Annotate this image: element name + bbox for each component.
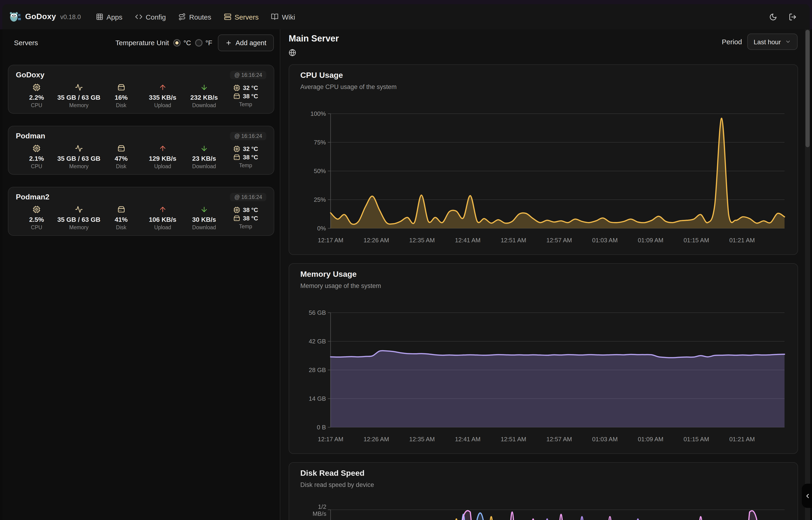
servers-icon [224,13,231,21]
activity-icon [75,206,83,213]
hard-drive-icon [233,93,240,100]
stat-label: Download [192,103,216,108]
arrow-up-icon [159,83,167,91]
svg-text:0%: 0% [317,225,326,232]
logout-button[interactable] [789,12,796,21]
vertical-scrollbar-thumb[interactable] [806,30,810,147]
memory-usage-card: 56 GB42 GB28 GB14 GB0 B12:17 AM12:26 AM1… [289,263,798,454]
chevron-left-icon [804,492,811,499]
stat-label: Disk [116,163,127,169]
temperature-unit-label: Temperature Unit [115,39,169,47]
stat-label: CPU [31,163,43,169]
svg-text:MB/s: MB/s [313,510,326,517]
servers-panel-title: Servers [14,39,38,47]
arrow-down-icon [200,83,208,91]
cpu-usage-chart: 100%75%50%25%0%12:17 AM12:26 AM12:35 AM1… [289,65,798,255]
stat-value: 129 KB/s [149,155,176,162]
main-panel: Main Server Period Last hour 100%75%50%2… [280,29,805,520]
cpu-icon [233,145,240,152]
globe-icon [289,48,296,56]
cpu-usage-card: 100%75%50%25%0%12:17 AM12:26 AM12:35 AM1… [289,64,798,255]
server-stat: 2.5% CPU [16,206,57,230]
disk-read-speed-chart: 1/2MB/s [289,463,798,520]
code-icon [135,13,142,21]
svg-text:42 GB: 42 GB [309,338,326,345]
svg-text:25%: 25% [314,196,326,203]
cpu-icon [33,145,40,152]
top-navbar: GoDoxy v0.18.0 Apps Config Routes Server… [2,4,810,29]
radio-option-fahrenheit[interactable]: °F [195,39,212,46]
stat-value: 2.1% [29,155,44,162]
stat-label: Temp [239,163,252,168]
svg-text:100%: 100% [311,110,326,117]
arrow-down-icon [200,145,208,152]
server-stat: 35 GB / 63 GB Memory [57,83,100,108]
temperature-unit-group: Temperature Unit °C °F [115,39,212,47]
nav-item-apps[interactable]: Apps [96,13,122,21]
server-stat: 2.2% CPU [16,83,57,108]
server-stat: 35 GB / 63 GB Memory [57,206,100,230]
activity-icon [75,145,83,152]
server-card-podman2[interactable]: Podman2 @ 16:16:24 2.5% CPU 35 GB / 63 G… [8,187,274,236]
server-stat: 335 KB/s Upload [142,83,184,108]
stat-label: Memory [69,163,88,169]
server-stat: 232 KB/s Download [184,83,225,108]
radio-celsius [173,39,181,46]
nav-item-servers[interactable]: Servers [224,13,259,21]
godoxy-logo [9,10,21,23]
cpu-icon [233,84,240,91]
main-server-title: Main Server [289,33,339,44]
svg-text:01:09 AM: 01:09 AM [638,436,664,443]
svg-text:01:09 AM: 01:09 AM [638,237,664,244]
server-stat-temp: 32 °C 38 °C Temp [225,145,266,169]
radio-option-celsius[interactable]: °C [173,39,191,46]
stat-label: Disk [116,225,127,230]
svg-text:12:35 AM: 12:35 AM [409,237,435,244]
svg-text:50%: 50% [314,167,326,175]
cpu-temp-value: 32 °C [243,145,258,152]
book-icon [271,13,279,21]
stat-value: 335 KB/s [149,94,176,101]
nav-item-wiki[interactable]: Wiki [271,13,295,21]
theme-toggle-button[interactable] [769,12,777,21]
server-name: Podman [16,132,45,140]
svg-text:28 GB: 28 GB [309,366,326,373]
cpu-icon [233,206,240,213]
hard-drive-icon [233,154,240,160]
server-stat: 106 KB/s Upload [142,206,184,230]
disk-chart-subtitle: Disk read speed by device [300,481,374,488]
stat-label: Upload [154,163,171,169]
stat-label: CPU [31,225,43,230]
gopher-logo-icon [9,10,21,23]
server-stat: 47% Disk [100,145,142,169]
svg-text:56 GB: 56 GB [309,309,326,316]
hard-drive-icon [233,214,240,222]
cpu-chart-title: CPU Usage [300,71,343,80]
nav-item-routes[interactable]: Routes [178,13,212,21]
drawer-handle[interactable] [802,484,812,508]
server-stat-temp: 32 °C 38 °C Temp [225,83,266,108]
svg-text:14 GB: 14 GB [309,395,326,402]
stat-value: 2.5% [29,216,44,223]
server-card-godoxy[interactable]: GoDoxy @ 16:16:24 2.2% CPU 35 GB / 63 GB… [8,65,274,114]
svg-text:12:17 AM: 12:17 AM [318,237,343,244]
stat-label: Upload [154,225,171,230]
stat-label: Temp [239,224,252,229]
stat-value: 30 KB/s [192,216,216,223]
memory-chart-title: Memory Usage [300,270,357,279]
servers-panel: Servers Temperature Unit °C °F Add agent… [2,29,280,520]
svg-text:01:15 AM: 01:15 AM [683,237,709,244]
add-agent-button[interactable]: Add agent [218,34,274,51]
svg-text:0 B: 0 B [317,424,326,431]
stat-value: 106 KB/s [149,216,176,223]
server-stat: 35 GB / 63 GB Memory [57,145,100,169]
stat-label: Memory [69,225,88,230]
period-select[interactable]: Last hour [747,33,797,50]
grid-icon [96,13,103,21]
svg-text:01:21 AM: 01:21 AM [729,436,755,443]
server-name: Podman2 [16,193,49,201]
hard-drive-icon [117,145,125,152]
memory-chart-subtitle: Memory usage of the system [300,282,381,289]
server-card-podman[interactable]: Podman @ 16:16:24 2.1% CPU 35 GB / 63 GB… [8,126,274,175]
nav-item-config[interactable]: Config [135,13,166,21]
